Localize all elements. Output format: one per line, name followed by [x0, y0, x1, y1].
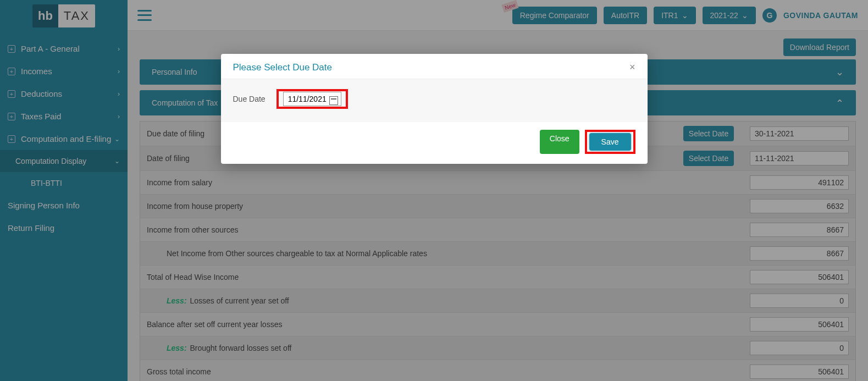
- due-date-modal: Please Select Due Date × Due Date 11/11/…: [221, 54, 648, 164]
- calendar-icon[interactable]: [329, 96, 338, 105]
- save-button-highlight: Save: [585, 130, 635, 154]
- close-icon[interactable]: ×: [629, 62, 635, 73]
- date-input-highlight: 11/11/2021: [277, 89, 348, 109]
- modal-title: Please Select Due Date: [233, 62, 333, 73]
- button-label: Close: [550, 134, 570, 143]
- button-label: Save: [601, 137, 619, 146]
- save-button[interactable]: Save: [589, 133, 631, 151]
- close-button[interactable]: Close: [540, 130, 579, 154]
- due-date-label: Due Date: [233, 95, 266, 103]
